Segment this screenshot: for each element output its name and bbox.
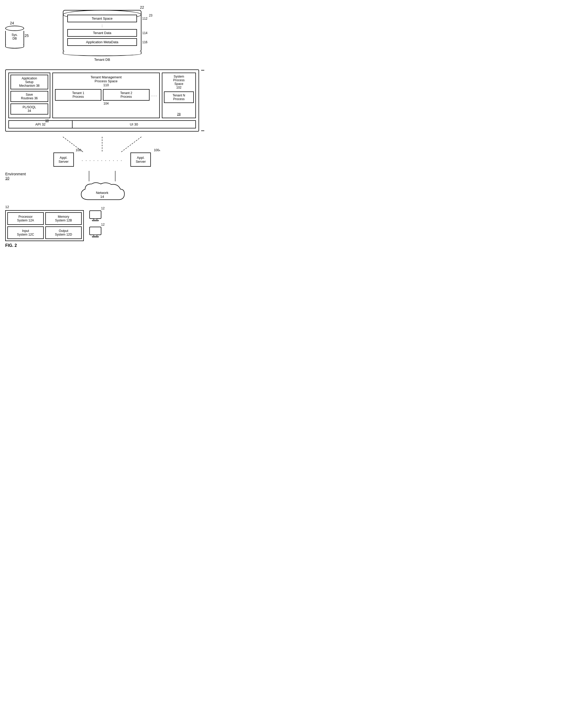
- ref-112: 112: [142, 17, 148, 20]
- ui-cell: UI 30: [73, 121, 195, 128]
- svg-text:14: 14: [100, 195, 104, 199]
- label-100-N: 100ₙ: [154, 148, 160, 152]
- svg-rect-11: [94, 235, 97, 236]
- serverN-label: Appl.Server: [136, 156, 146, 164]
- server-dots: . . . . . . . . . . .: [82, 157, 123, 162]
- tenant-data-row: Tenant Data 114: [67, 29, 137, 37]
- process-dots: . . .: [151, 89, 157, 101]
- plsoql-label: PL/SOQL34: [23, 105, 36, 113]
- memory-cell: MemorySystem 12B: [45, 212, 82, 225]
- app-setup-box: ApplicationSetupMechanism 38: [10, 75, 48, 89]
- app-metadata-label: Application MetaData: [86, 40, 118, 44]
- main-box-inner: ApplicationSetupMechanism 38 SaveRoutine…: [8, 73, 196, 118]
- env-num: 10: [5, 176, 9, 180]
- label-25: 25: [25, 34, 29, 38]
- main-server-box: 16 ApplicationSetupMechanism 38 SaveRout…: [5, 69, 199, 132]
- cloud-svg: Network 14: [76, 181, 128, 205]
- input-cell: InputSystem 12C: [7, 226, 44, 239]
- network-section: Network 14: [5, 181, 199, 205]
- diagram: 24 Sys.DB 25 22 Tenant Space: [5, 10, 199, 248]
- monitor2-wrap: 12: [89, 226, 102, 239]
- sysdb-cylinder: Sys.DB: [5, 26, 24, 48]
- svg-rect-9: [92, 220, 99, 221]
- svg-line-1: [121, 137, 142, 153]
- plsoql-box: PL/SOQL34: [10, 104, 48, 115]
- tenant-db-label: Tenant DB: [63, 58, 142, 62]
- processor-label: ProcessorSystem 12A: [17, 215, 34, 222]
- output-cell: OutputSystem 12D: [45, 226, 82, 239]
- svg-rect-12: [92, 236, 99, 237]
- save-routines-label: SaveRoutines 36: [21, 93, 38, 100]
- tenant1-box: Tenant 1Process: [55, 89, 101, 101]
- app-setup-label: ApplicationSetupMechanism 38: [19, 77, 40, 88]
- monitor2-icon: [89, 226, 102, 238]
- api-ui-bar: API 32 UI 30: [8, 120, 196, 128]
- monitor1-icon: [89, 210, 102, 222]
- tenant-db-cylinder: Tenant Space 112 : Tenant Data 114 Appli…: [63, 10, 142, 62]
- tenant-n-label: Tenant NProcess: [173, 94, 185, 101]
- label-104: 104: [55, 102, 157, 105]
- label-18: 18: [45, 119, 49, 122]
- sysdb-top-ellipse: [5, 26, 24, 31]
- label-22: 22: [140, 5, 144, 9]
- db-body: Tenant Space 112 : Tenant Data 114 Appli…: [63, 10, 142, 52]
- memory-label: MemorySystem 12B: [55, 215, 72, 222]
- ref-23: 23: [149, 14, 153, 17]
- app-metadata-row: Application MetaData 116: [67, 38, 137, 46]
- svg-text:Network: Network: [96, 191, 108, 195]
- client-grid: ProcessorSystem 12A MemorySystem 12B Inp…: [7, 212, 82, 239]
- label-12-monitor1: 12: [101, 207, 105, 210]
- db-dots: :: [67, 24, 137, 28]
- ref-114: 114: [142, 31, 148, 35]
- right-panel: SystemProcessSpace102 Tenant NProcess 28: [162, 73, 196, 118]
- api-cell: API 32: [9, 121, 73, 128]
- label-12-monitor2: 12: [101, 223, 105, 226]
- svg-rect-10: [90, 227, 101, 235]
- server1-label: Appl.Server: [59, 156, 69, 164]
- tenant2-label: Tenant 2Process: [120, 91, 132, 99]
- env-text: Environment: [5, 172, 26, 176]
- network-connector-svg: [63, 171, 142, 181]
- processor-cell: ProcessorSystem 12A: [7, 212, 44, 225]
- tenant-space-label: Tenant Space: [92, 17, 113, 20]
- brace-16: [201, 70, 204, 131]
- sysdb-bottom: [5, 45, 24, 48]
- label-100-1: 100₁: [76, 148, 82, 152]
- bottom-row: 12 ProcessorSystem 12A MemorySystem 12B …: [5, 210, 199, 248]
- server1-box: Appl.Server: [53, 153, 74, 167]
- monitor1-wrap: 12: [89, 210, 102, 223]
- svg-rect-7: [90, 211, 101, 219]
- right-title: SystemProcessSpace102: [164, 75, 194, 89]
- client-icons: 12 12: [89, 210, 102, 239]
- input-label: InputSystem 12C: [17, 229, 34, 236]
- tenant1-label: Tenant 1Process: [72, 91, 84, 99]
- dashed-connector: [5, 137, 199, 153]
- middle-panel: Tenant ManagementProcess Space110 Tenant…: [52, 73, 160, 118]
- sysdb-container: 24 Sys.DB 25: [5, 26, 24, 48]
- db-bottom-arc: [63, 51, 142, 56]
- label-12-main: 12: [5, 205, 9, 209]
- output-label: OutputSystem 12D: [55, 229, 72, 236]
- label-28: 28: [164, 112, 194, 116]
- label-104-text: 104: [104, 102, 109, 105]
- left-panel: ApplicationSetupMechanism 38 SaveRoutine…: [8, 73, 50, 118]
- svg-rect-8: [94, 219, 97, 220]
- client-system-box: ProcessorSystem 12A MemorySystem 12B Inp…: [5, 210, 84, 241]
- servers-row: Appl.Server 100₁ . . . . . . . . . . . A…: [5, 153, 199, 167]
- sysdb-body: Sys.DB: [5, 31, 24, 45]
- tenant-space-row: Tenant Space 112: [67, 15, 137, 22]
- fig-label: FIG. 2: [5, 243, 84, 248]
- ref-116: 116: [142, 40, 148, 44]
- tenant-n-box: Tenant NProcess: [164, 91, 194, 103]
- serverN-box: Appl.Server: [130, 153, 151, 167]
- connector-svg: [5, 137, 199, 153]
- middle-title: Tenant ManagementProcess Space110: [55, 75, 157, 87]
- tenant2-box: Tenant 2Process: [103, 89, 149, 101]
- ui-label: UI 30: [130, 122, 138, 126]
- label-24: 24: [10, 21, 14, 25]
- api-label: API 32: [35, 122, 46, 126]
- tenant-db-section: 22 Tenant Space 112 : Tenant Data: [58, 10, 147, 62]
- save-routines-box: SaveRoutines 36: [10, 91, 48, 102]
- tenant-data-label: Tenant Data: [93, 31, 111, 35]
- sysdb-label: Sys.DB: [12, 33, 18, 40]
